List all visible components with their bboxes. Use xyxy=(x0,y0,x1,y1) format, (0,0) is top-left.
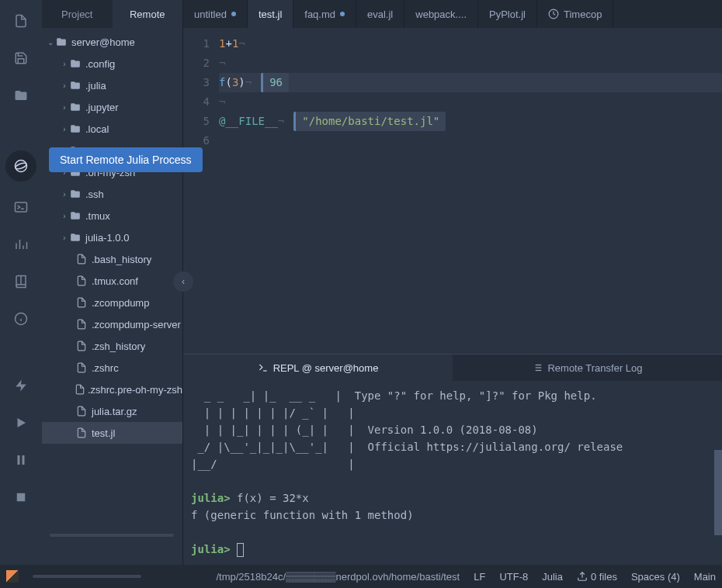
status-spaces[interactable]: Spaces (4) xyxy=(631,571,680,583)
folder-icon xyxy=(70,58,84,69)
tree-folder[interactable]: ›.jupyter xyxy=(42,96,182,118)
editor-tab[interactable]: Timecop xyxy=(537,0,613,28)
tree-file[interactable]: .bash_history xyxy=(42,248,182,270)
file-icon xyxy=(75,384,86,395)
dirty-indicator-icon xyxy=(231,12,236,16)
editor-tab[interactable]: untitled xyxy=(183,0,248,28)
editor-tab[interactable]: webpack.... xyxy=(404,0,478,28)
editor-tabs: untitledtest.jlfaq.mdeval.jlwebpack....P… xyxy=(183,0,722,28)
file-icon[interactable] xyxy=(9,9,33,33)
play-icon[interactable] xyxy=(9,411,33,434)
tree-folder[interactable]: ›.ssh xyxy=(42,183,182,205)
pause-icon[interactable] xyxy=(9,448,33,472)
info-icon[interactable] xyxy=(9,307,33,330)
chevron-right-icon: › xyxy=(59,81,70,90)
status-encoding[interactable]: UTF-8 xyxy=(499,571,528,583)
editor-tab-label: faq.md xyxy=(304,9,335,20)
status-lang[interactable]: Julia xyxy=(542,571,563,583)
tree-label: .bash_history xyxy=(90,254,151,265)
chevron-right-icon: › xyxy=(59,190,70,199)
tree-folder[interactable]: ›.config xyxy=(42,53,182,74)
tree-folder[interactable]: ›julia-1.0.0 xyxy=(42,227,182,248)
folder-icon xyxy=(56,36,70,47)
editor[interactable]: 123456 1+1¬ ¬ f(3)¬96 ¬ @__FILE__¬"/home… xyxy=(183,28,722,354)
folder-icon[interactable] xyxy=(9,84,33,107)
editor-tab[interactable]: test.jl xyxy=(248,0,293,28)
status-bar: /tmp/2518b24c/▒▒▒▒▒▒▒nerdpol.ovh/home/ba… xyxy=(0,565,722,588)
chart-icon[interactable] xyxy=(9,233,33,256)
chevron-right-icon: › xyxy=(59,233,70,242)
stop-icon[interactable] xyxy=(9,486,33,509)
folder-icon xyxy=(70,210,84,221)
gutter-line: 1 xyxy=(183,34,210,54)
file-tree[interactable]: ⌄ server@home ›.config›.julia›.jupyter›.… xyxy=(42,28,182,565)
flash-run-icon[interactable] xyxy=(9,374,33,397)
tree-root[interactable]: ⌄ server@home xyxy=(42,31,182,53)
panel-tab-repl[interactable]: REPL @ server@home xyxy=(183,355,453,381)
file-icon xyxy=(76,406,90,417)
editor-tab[interactable]: eval.jl xyxy=(356,0,404,28)
gutter-line: 3 xyxy=(183,73,210,92)
tree-file[interactable]: .zcompdump xyxy=(42,292,182,313)
sidebar: Project Remote ⌄ server@home ›.config›.j… xyxy=(42,0,183,565)
chevron-down-icon: ⌄ xyxy=(45,38,56,47)
clock-icon xyxy=(548,9,559,19)
activity-bar xyxy=(0,0,42,565)
svg-rect-14 xyxy=(18,455,20,465)
save-icon[interactable] xyxy=(9,47,33,70)
tree-folder[interactable]: ›.julia xyxy=(42,74,182,96)
file-icon xyxy=(76,362,90,373)
tree-label: .tmux.conf xyxy=(90,275,138,287)
terminal-icon[interactable] xyxy=(9,195,33,219)
chevron-right-icon: › xyxy=(59,103,70,112)
chevron-right-icon: › xyxy=(59,212,70,220)
status-files[interactable]: 0 files xyxy=(577,571,617,583)
folder-icon xyxy=(70,189,84,199)
repl[interactable]: _ _ _| |_ __ _ | Type "?" for help, "]?"… xyxy=(183,381,722,565)
editor-tab-label: Timecop xyxy=(564,9,602,20)
file-icon xyxy=(76,275,90,286)
globe-icon[interactable] xyxy=(5,150,36,182)
tree-file[interactable]: .zshrc xyxy=(42,357,182,379)
gutter-line: 4 xyxy=(183,92,210,112)
upload-icon xyxy=(577,571,588,582)
chevron-right-icon: › xyxy=(59,60,70,68)
docs-icon[interactable] xyxy=(9,270,33,293)
sidebar-tab-project[interactable]: Project xyxy=(42,0,113,28)
inline-result: 96 xyxy=(261,73,289,92)
scrollbar[interactable] xyxy=(714,450,722,535)
file-icon xyxy=(76,319,90,330)
editor-tab-label: webpack.... xyxy=(415,9,467,20)
svg-marker-12 xyxy=(16,380,26,392)
tree-label: julia-1.0.0 xyxy=(84,232,129,244)
file-icon xyxy=(76,341,90,351)
tree-label: .local xyxy=(84,123,109,135)
tree-folder[interactable]: ›.local xyxy=(42,118,182,140)
sidebar-tab-remote[interactable]: Remote xyxy=(113,0,183,28)
tree-scrollbar[interactable] xyxy=(50,534,174,537)
tree-file[interactable]: julia.tar.gz xyxy=(42,400,182,422)
editor-tab[interactable]: PyPlot.jl xyxy=(478,0,537,28)
editor-tab-label: untitled xyxy=(194,9,227,20)
tree-file[interactable]: .zshrc.pre-oh-my-zsh xyxy=(42,379,182,400)
tree-label: julia.tar.gz xyxy=(90,406,137,417)
color-swatch-icon[interactable] xyxy=(6,570,19,583)
panel-tab-transfer[interactable]: Remote Transfer Log xyxy=(453,355,722,381)
tree-file[interactable]: .zsh_history xyxy=(42,335,182,357)
svg-rect-16 xyxy=(17,493,26,502)
tree-label: .zshrc xyxy=(90,362,119,374)
collapse-sidebar-button[interactable]: ‹ xyxy=(173,272,193,292)
tree-file[interactable]: test.jl xyxy=(42,422,182,444)
status-scrollbar[interactable] xyxy=(33,575,141,578)
tree-file[interactable]: .zcompdump-server xyxy=(42,313,182,335)
folder-icon xyxy=(70,123,84,134)
status-branch[interactable]: Main xyxy=(694,571,716,583)
tree-root-label: server@home xyxy=(70,36,135,48)
tree-folder[interactable]: ›.tmux xyxy=(42,205,182,227)
code-content[interactable]: 1+1¬ ¬ f(3)¬96 ¬ @__FILE__¬"/home/basti/… xyxy=(219,28,722,354)
tree-file[interactable]: .tmux.conf xyxy=(42,270,182,292)
editor-tab[interactable]: faq.md xyxy=(293,0,356,28)
status-eol[interactable]: LF xyxy=(474,571,485,583)
status-path: /tmp/2518b24c/▒▒▒▒▒▒▒nerdpol.ovh/home/ba… xyxy=(155,571,460,583)
tree-label: .zcompdump-server xyxy=(90,319,181,330)
